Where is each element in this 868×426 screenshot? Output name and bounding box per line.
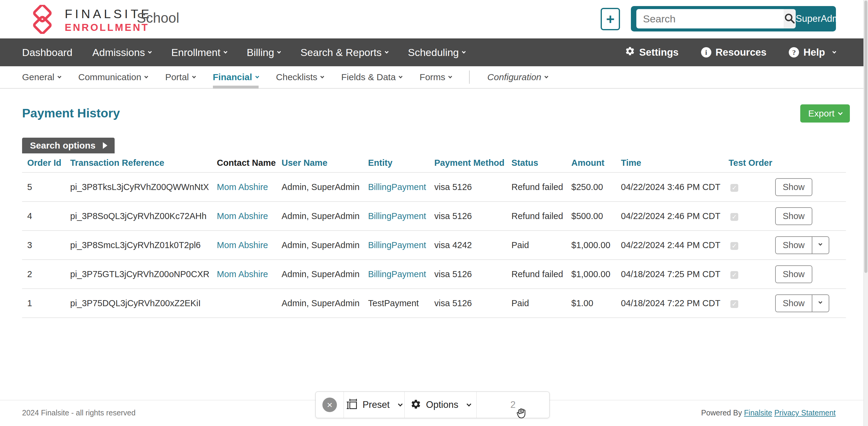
show-button[interactable]: Show xyxy=(776,295,812,312)
contact-name-cell: Mom Abshire xyxy=(212,240,276,250)
user-menu[interactable]: SuperAdmin xyxy=(796,13,855,24)
entity-cell-link[interactable]: BillingPayment xyxy=(368,269,426,279)
finalsite-link[interactable]: Finalsite xyxy=(744,408,772,417)
search-options-label: Search options xyxy=(30,141,96,151)
nav-util-resources[interactable]: iResources xyxy=(701,47,767,58)
nav-item-billing[interactable]: Billing xyxy=(247,47,281,58)
subnav-tab-label: Checklists xyxy=(276,72,317,82)
chevron-down-icon xyxy=(148,50,152,54)
chevron-down-icon xyxy=(399,74,403,79)
contact-name-cell: Mom Abshire xyxy=(212,211,276,221)
column-header-test-order[interactable]: Test Order xyxy=(723,158,775,168)
entity-cell: TestPayment xyxy=(363,298,429,308)
brand-logo[interactable]: FINALSITE ENROLLMENT xyxy=(27,5,152,35)
nav-item-scheduling[interactable]: Scheduling xyxy=(408,47,465,58)
export-button[interactable]: Export xyxy=(800,104,850,123)
actions-cell: Show xyxy=(775,178,846,196)
subnav-tab-label: Configuration xyxy=(487,72,541,82)
transaction-reference-cell: pi_3P75GTL3jCyRVhZ00oNP0CXR xyxy=(65,269,212,279)
nav-item-enrollment[interactable]: Enrollment xyxy=(171,47,227,58)
nav-util-settings[interactable]: Settings xyxy=(625,46,679,59)
search-options-button[interactable]: Search options xyxy=(22,138,115,153)
nav-item-admissions[interactable]: Admissions xyxy=(92,47,151,58)
nav-item-search-reports[interactable]: Search & Reports xyxy=(300,47,388,58)
add-button[interactable]: + xyxy=(601,8,620,30)
column-header-amount[interactable]: Amount xyxy=(566,158,616,168)
amount-cell: $1.00 xyxy=(566,298,616,308)
subnav-tab-financial[interactable]: Financial xyxy=(213,66,258,88)
time-cell: 04/22/2024 2:44 PM CDT xyxy=(616,240,723,250)
test-order-cell: ✓ xyxy=(723,298,775,308)
payment-method-cell: visa 5126 xyxy=(429,211,506,221)
nav-item-label: Search & Reports xyxy=(300,47,381,58)
chevron-down-icon xyxy=(851,16,856,20)
amount-cell: $1,000.00 xyxy=(566,240,616,250)
nav-util-label: Help xyxy=(803,47,825,58)
privacy-statement-link[interactable]: Privacy Statement xyxy=(774,408,836,417)
subnav-tab-portal[interactable]: Portal xyxy=(165,66,195,88)
subnav-tab-label: Fields & Data xyxy=(341,72,396,82)
show-caret-button[interactable] xyxy=(812,295,829,312)
subnav-tab-configuration[interactable]: Configuration xyxy=(487,66,548,88)
table-row: 5pi_3P8TksL3jCyRVhZ00QWWnNtXMom AbshireA… xyxy=(22,173,846,202)
page-indicator[interactable]: 2 xyxy=(476,392,549,418)
nav-item-dashboard[interactable]: Dashboard xyxy=(22,47,72,58)
transaction-reference-cell: pi_3P8TksL3jCyRVhZ00QWWnNtX xyxy=(65,182,212,192)
column-header-time[interactable]: Time xyxy=(616,158,723,168)
copyright-text: 2024 Finalsite - all rights reserved xyxy=(22,408,135,417)
chevron-down-icon xyxy=(462,50,466,54)
contact-name-cell-link[interactable]: Mom Abshire xyxy=(217,211,268,221)
school-title: School xyxy=(137,10,179,26)
test-order-cell: ✓ xyxy=(723,240,775,250)
column-header-transaction-reference[interactable]: Transaction Reference xyxy=(65,158,212,168)
test-order-cell: ✓ xyxy=(723,182,775,192)
page-scrollbar[interactable] xyxy=(864,0,868,426)
entity-cell-link[interactable]: BillingPayment xyxy=(368,240,426,250)
show-button[interactable]: Show xyxy=(776,179,812,195)
entity-cell-link[interactable]: BillingPayment xyxy=(368,182,426,192)
nav-util-label: Resources xyxy=(716,47,767,58)
subnav-tab-general[interactable]: General xyxy=(22,66,61,88)
column-header-order-id[interactable]: Order Id xyxy=(22,158,65,168)
contact-name-cell-link[interactable]: Mom Abshire xyxy=(217,182,268,192)
search-button[interactable] xyxy=(784,9,796,28)
preset-dropdown[interactable]: Preset xyxy=(344,392,404,418)
column-header-user-name[interactable]: User Name xyxy=(276,158,363,168)
table-row: 3pi_3P8SmcL3jCyRVhZ01k0T2pl6Mom AbshireA… xyxy=(22,231,846,260)
search-input[interactable] xyxy=(636,9,784,28)
subnav-tab-communication[interactable]: Communication xyxy=(78,66,148,88)
nav-item-label: Scheduling xyxy=(408,47,459,58)
show-button[interactable]: Show xyxy=(776,208,812,224)
gear-icon xyxy=(410,399,421,411)
subnav-tab-checklists[interactable]: Checklists xyxy=(276,66,324,88)
show-button[interactable]: Show xyxy=(776,266,812,282)
search-icon xyxy=(784,12,796,25)
show-button[interactable]: Show xyxy=(776,237,812,253)
finalsite-diamond-logo-icon xyxy=(27,5,58,35)
subnav-tab-forms[interactable]: Forms xyxy=(420,66,452,88)
order-id-cell: 5 xyxy=(22,182,65,192)
subnav-tab-label: Communication xyxy=(78,72,141,82)
contact-name-cell-link[interactable]: Mom Abshire xyxy=(217,269,268,279)
chevron-down-icon xyxy=(255,74,259,79)
main-content: Payment History Export Search options Or… xyxy=(0,89,868,318)
user-name-cell: Admin, SuperAdmin xyxy=(276,240,363,250)
scrollbar-thumb[interactable] xyxy=(864,1,867,273)
show-caret-button[interactable] xyxy=(812,237,829,253)
column-header-entity[interactable]: Entity xyxy=(363,158,429,168)
nav-util-help[interactable]: ?Help xyxy=(789,47,836,58)
time-cell: 04/18/2024 7:22 PM CDT xyxy=(616,298,723,308)
entity-cell-link[interactable]: BillingPayment xyxy=(368,211,426,221)
subnav-tab-fields-data[interactable]: Fields & Data xyxy=(341,66,402,88)
options-dropdown[interactable]: Options xyxy=(404,392,476,418)
contact-name-cell-link[interactable]: Mom Abshire xyxy=(217,240,268,250)
time-cell: 04/18/2024 7:25 PM CDT xyxy=(616,269,723,279)
payment-method-cell: visa 5126 xyxy=(429,298,506,308)
column-header-payment-method[interactable]: Payment Method xyxy=(429,158,506,168)
column-header-status[interactable]: Status xyxy=(506,158,566,168)
user-name-cell: Admin, SuperAdmin xyxy=(276,182,363,192)
entity-cell: BillingPayment xyxy=(363,240,429,250)
chevron-down-icon xyxy=(448,74,452,79)
chevron-down-icon xyxy=(818,242,822,246)
toolbar-close-button[interactable]: × xyxy=(322,398,337,412)
